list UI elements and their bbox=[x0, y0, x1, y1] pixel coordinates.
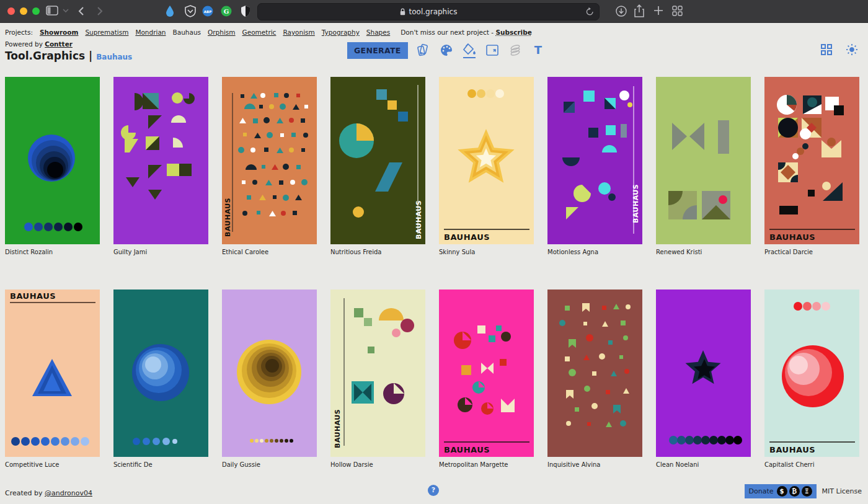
contter-link[interactable]: Contter bbox=[45, 40, 73, 48]
close-window-button[interactable] bbox=[7, 7, 15, 15]
browser-chrome: ABP G tool.graphics bbox=[0, 0, 868, 23]
nav-link-bauhaus[interactable]: Bauhaus bbox=[173, 29, 202, 36]
donate-coin-0[interactable]: $ bbox=[777, 486, 787, 497]
sidebar-chevron-icon[interactable] bbox=[63, 9, 69, 13]
poster-card[interactable]: BAUHAUSMetropolitan Margette bbox=[439, 290, 534, 468]
shield-extension-icon[interactable] bbox=[185, 5, 196, 17]
poster-name: Ethical Carolee bbox=[222, 249, 317, 255]
poster-name: Renewed Kristi bbox=[656, 249, 751, 255]
poster-name: Metropolitan Margette bbox=[439, 461, 534, 468]
nav-link-showroom[interactable]: Showroom bbox=[40, 29, 79, 36]
generate-button[interactable]: GENERATE bbox=[347, 42, 408, 59]
help-button[interactable]: ? bbox=[428, 485, 439, 496]
swatch-cards-icon[interactable] bbox=[416, 42, 431, 57]
title-text: Tool.Graphics | bbox=[5, 50, 92, 62]
coins-icon[interactable] bbox=[508, 42, 523, 57]
fill-bucket-icon[interactable] bbox=[462, 42, 477, 58]
promo-text: Don't miss our next project - bbox=[401, 29, 494, 36]
back-button[interactable] bbox=[78, 6, 84, 16]
poster-art: BAUHAUS bbox=[439, 77, 534, 244]
svg-text:ABP: ABP bbox=[204, 10, 211, 14]
share-button[interactable] bbox=[634, 4, 644, 17]
poster-card[interactable]: Inquisitive Alvina bbox=[547, 290, 642, 468]
palette-icon[interactable] bbox=[439, 42, 454, 57]
nav-link-typography[interactable]: Typography bbox=[322, 29, 360, 36]
minimize-window-button[interactable] bbox=[20, 7, 27, 15]
donate-coins: $₿Ξ bbox=[777, 486, 812, 497]
grid-view-icon[interactable] bbox=[819, 43, 834, 56]
created-by: Created by @andronov04 bbox=[5, 489, 92, 497]
forward-button[interactable] bbox=[97, 6, 103, 16]
svg-text:BAUHAUS: BAUHAUS bbox=[224, 198, 232, 237]
half-shield-extension-icon[interactable] bbox=[241, 5, 250, 17]
poster-card[interactable]: Guilty Jami bbox=[113, 77, 208, 255]
donate-label: Donate bbox=[749, 487, 774, 495]
brightness-icon[interactable] bbox=[844, 43, 859, 56]
poster-name: Clean Noelani bbox=[656, 461, 751, 468]
poster-name: Competitive Luce bbox=[5, 461, 100, 468]
poster-card[interactable]: BAUHAUSPractical Darcie bbox=[764, 77, 859, 255]
donate-button[interactable]: Donate $₿Ξ bbox=[745, 484, 817, 498]
url-text: tool.graphics bbox=[409, 7, 458, 16]
downloads-button[interactable] bbox=[616, 6, 627, 17]
poster-name: Capitalist Cherri bbox=[764, 461, 859, 468]
poster-card[interactable]: Clean Noelani bbox=[656, 290, 751, 468]
poster-card[interactable]: BAUHAUSCapitalist Cherri bbox=[764, 290, 859, 468]
poster-card[interactable]: BAUHAUSSkinny Sula bbox=[439, 77, 534, 255]
new-tab-button[interactable] bbox=[653, 6, 663, 15]
address-bar[interactable]: tool.graphics bbox=[257, 3, 600, 20]
created-prefix: Created by bbox=[5, 489, 43, 497]
projects-nav: Projects: ShowroomSuprematismMondrianBau… bbox=[0, 23, 868, 36]
poster-card[interactable]: Daily Gussie bbox=[222, 290, 317, 468]
poster-name: Daily Gussie bbox=[222, 461, 317, 468]
poster-art: BAUHAUS bbox=[5, 290, 100, 457]
poster-art bbox=[656, 77, 751, 244]
poster-art: BAUHAUS bbox=[547, 77, 642, 244]
nav-link-suprematism[interactable]: Suprematism bbox=[85, 29, 128, 36]
promo: Don't miss our next project - Subscribe bbox=[401, 29, 532, 36]
svg-text:BAUHAUS: BAUHAUS bbox=[10, 291, 56, 301]
frame-resize-icon[interactable] bbox=[485, 42, 500, 57]
poster-card[interactable]: BAUHAUSNutritious Freida bbox=[330, 77, 425, 255]
poster-art bbox=[656, 290, 751, 457]
grammarly-extension-icon[interactable]: G bbox=[221, 6, 232, 17]
poster-art: BAUHAUS bbox=[330, 290, 425, 457]
poster-name: Practical Darcie bbox=[764, 249, 859, 255]
poster-name: Guilty Jami bbox=[113, 249, 208, 255]
sidebar-toggle-icon[interactable] bbox=[46, 6, 58, 15]
reload-icon[interactable] bbox=[586, 7, 594, 16]
nav-link-orphism[interactable]: Orphism bbox=[208, 29, 236, 36]
poster-grid: Distinct RozalinGuilty JamiBAUHAUSEthica… bbox=[0, 62, 868, 468]
poster-card[interactable]: Distinct Rozalin bbox=[5, 77, 100, 255]
poster-card[interactable]: BAUHAUSHollow Darsie bbox=[330, 290, 425, 468]
poster-name: Motionless Agna bbox=[547, 249, 642, 255]
text-tool-icon[interactable]: T bbox=[531, 42, 546, 57]
poster-card[interactable]: BAUHAUSEthical Carolee bbox=[222, 77, 317, 255]
poster-name: Nutritious Freida bbox=[330, 249, 425, 255]
nav-link-rayonism[interactable]: Rayonism bbox=[283, 29, 314, 36]
poster-card[interactable]: BAUHAUSCompetitive Luce bbox=[5, 290, 100, 468]
poster-name: Scientific De bbox=[113, 461, 208, 468]
poster-name: Hollow Darsie bbox=[330, 461, 425, 468]
tab-overview-button[interactable] bbox=[672, 6, 683, 16]
poster-art: BAUHAUS bbox=[764, 77, 859, 244]
nav-link-geometric[interactable]: Geometric bbox=[242, 29, 277, 36]
nav-link-mondrian[interactable]: Mondrian bbox=[135, 29, 166, 36]
svg-text:BAUHAUS: BAUHAUS bbox=[444, 232, 490, 242]
water-drop-extension-icon[interactable] bbox=[165, 5, 175, 17]
zoom-window-button[interactable] bbox=[32, 7, 40, 15]
poster-art: BAUHAUS bbox=[330, 77, 425, 244]
poster-card[interactable]: Renewed Kristi bbox=[656, 77, 751, 255]
donate-coin-2[interactable]: Ξ bbox=[802, 486, 812, 497]
abp-extension-icon[interactable]: ABP bbox=[202, 6, 213, 17]
poster-card[interactable]: Scientific De bbox=[113, 290, 208, 468]
subscribe-link[interactable]: Subscribe bbox=[495, 29, 531, 36]
poster-art bbox=[113, 290, 208, 457]
svg-text:BAUHAUS: BAUHAUS bbox=[334, 409, 342, 448]
author-link[interactable]: @andronov04 bbox=[45, 489, 92, 497]
poster-name: Inquisitive Alvina bbox=[547, 461, 642, 468]
donate-coin-1[interactable]: ₿ bbox=[789, 486, 800, 497]
nav-link-shapes[interactable]: Shapes bbox=[366, 29, 390, 36]
poster-card[interactable]: BAUHAUSMotionless Agna bbox=[547, 77, 642, 255]
nav-links: ShowroomSuprematismMondrianBauhausOrphis… bbox=[40, 29, 390, 36]
